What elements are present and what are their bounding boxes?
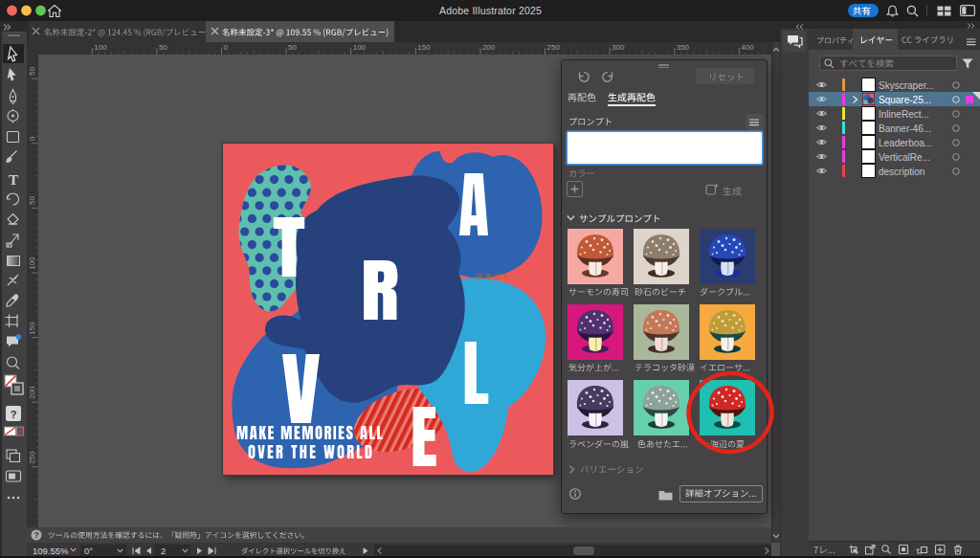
svg-text:?: ? <box>33 530 38 540</box>
svg-text:?: ? <box>11 409 17 420</box>
svg-text:T: T <box>9 172 18 188</box>
